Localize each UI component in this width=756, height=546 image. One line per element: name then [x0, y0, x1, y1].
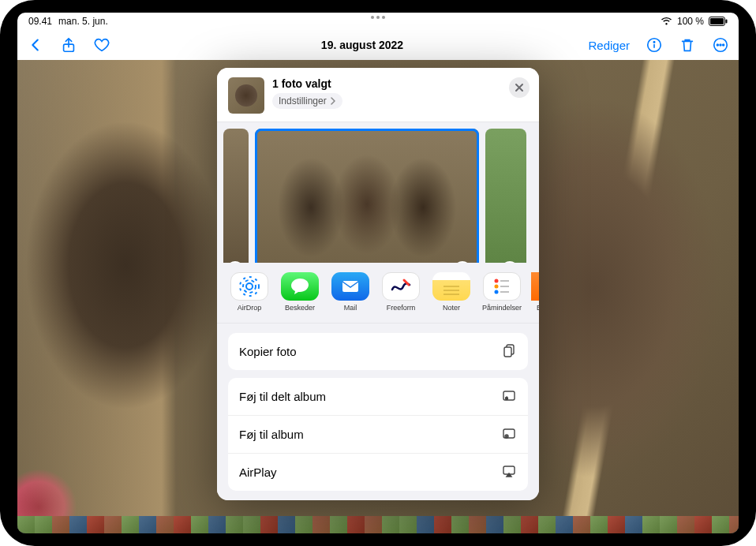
action-add-shared-album[interactable]: Føj til delt album	[228, 378, 528, 416]
action-add-album[interactable]: Føj til album	[228, 416, 528, 454]
info-button[interactable]	[646, 36, 663, 54]
thumbnail-item[interactable]	[17, 516, 35, 533]
multitask-dots[interactable]	[371, 16, 385, 19]
thumbnail-item[interactable]	[608, 516, 625, 533]
thumbnail-item[interactable]	[330, 516, 347, 533]
thumbnail-item[interactable]	[660, 516, 677, 533]
wifi-icon	[661, 17, 672, 26]
preview-photo-prev[interactable]	[223, 129, 249, 263]
nav-bar: 19. august 2022 Rediger	[17, 30, 739, 60]
thumbnail-item[interactable]	[399, 516, 417, 533]
svg-rect-1	[710, 18, 724, 24]
app-label: Mail	[344, 304, 357, 312]
thumbnail-item[interactable]	[486, 516, 503, 533]
thumbnail-item[interactable]	[174, 516, 191, 533]
thumbnail-item[interactable]	[226, 516, 243, 533]
share-preview-thumb	[228, 77, 264, 114]
close-button[interactable]	[509, 77, 530, 98]
app-freeform[interactable]: Freeform	[380, 272, 422, 312]
action-label: Kopier foto	[239, 345, 297, 358]
thumbnail-item[interactable]	[712, 516, 729, 533]
thumbnail-item[interactable]	[694, 516, 712, 533]
thumbnail-item[interactable]	[52, 516, 69, 533]
freeform-icon	[382, 272, 420, 301]
thumbnail-item[interactable]	[590, 516, 608, 533]
thumbnail-item[interactable]	[295, 516, 313, 533]
thumbnail-item[interactable]	[434, 516, 451, 533]
selection-indicator-selected[interactable]	[454, 261, 471, 263]
thumbnail-item[interactable]	[469, 516, 486, 533]
thumbnail-item[interactable]	[69, 516, 87, 533]
app-airdrop[interactable]: AirDrop	[228, 272, 271, 312]
thumbnail-item[interactable]	[313, 516, 330, 533]
action-airplay[interactable]: AirPlay	[228, 454, 528, 491]
app-label: B	[537, 304, 539, 312]
app-label: Beskeder	[285, 304, 315, 312]
action-copy-photo[interactable]: Kopier foto	[228, 333, 528, 370]
shared-album-icon	[501, 387, 517, 406]
svg-point-12	[243, 280, 256, 293]
action-label: AirPlay	[239, 466, 277, 479]
favorite-button[interactable]	[93, 36, 110, 54]
app-notes[interactable]: Noter	[430, 272, 473, 312]
album-icon	[501, 425, 517, 443]
svg-rect-2	[726, 20, 728, 24]
more-button[interactable]	[712, 36, 729, 54]
thumbnail-item[interactable]	[139, 516, 156, 533]
selection-indicator[interactable]	[501, 261, 518, 263]
thumbnail-item[interactable]	[35, 516, 52, 533]
delete-button[interactable]	[679, 36, 696, 54]
thumbnail-item[interactable]	[538, 516, 556, 533]
svg-point-10	[723, 44, 724, 46]
svg-point-18	[495, 279, 499, 282]
thumbnail-item[interactable]	[278, 516, 295, 533]
selection-indicator[interactable]	[226, 261, 244, 263]
share-title: 1 foto valgt	[272, 77, 342, 90]
app-mail[interactable]: Mail	[329, 272, 372, 312]
thumbnail-item[interactable]	[503, 516, 521, 533]
thumbnail-item[interactable]	[677, 516, 694, 533]
thumbnail-item[interactable]	[625, 516, 642, 533]
thumbnail-item[interactable]	[451, 516, 469, 533]
preview-photo-selected[interactable]	[255, 129, 479, 263]
thumbnail-item[interactable]	[642, 516, 660, 533]
thumbnail-item[interactable]	[521, 516, 538, 533]
action-group: Kopier foto	[228, 333, 528, 370]
share-app-row[interactable]: AirDrop Beskeder Mail	[217, 263, 539, 323]
app-reminders[interactable]: Påmindelser	[481, 272, 523, 312]
thumbnail-item[interactable]	[573, 516, 590, 533]
thumbnail-item[interactable]	[122, 516, 139, 533]
status-time: 09.41	[28, 16, 52, 27]
airplay-icon	[501, 463, 517, 481]
thumbnail-strip[interactable]	[17, 516, 739, 533]
thumbnail-item[interactable]	[347, 516, 365, 533]
svg-point-20	[495, 290, 499, 294]
thumbnail-item[interactable]	[556, 516, 573, 533]
thumbnail-item[interactable]	[365, 516, 382, 533]
back-button[interactable]	[27, 36, 44, 54]
share-button[interactable]	[60, 36, 77, 54]
svg-point-11	[246, 283, 253, 290]
thumbnail-item[interactable]	[87, 516, 104, 533]
preview-photo-next[interactable]	[485, 129, 526, 263]
thumbnail-item[interactable]	[191, 516, 208, 533]
thumbnail-item[interactable]	[417, 516, 434, 533]
action-label: Føj til delt album	[239, 390, 326, 403]
thumbnail-item[interactable]	[208, 516, 226, 533]
app-messages[interactable]: Beskeder	[279, 272, 321, 312]
thumbnail-item[interactable]	[382, 516, 399, 533]
app-more-partial[interactable]: B	[531, 272, 539, 312]
edit-button[interactable]: Rediger	[588, 39, 630, 52]
thumbnail-item[interactable]	[729, 516, 739, 533]
app-label: Påmindelser	[482, 304, 522, 312]
ipad-frame: 09.41 man. 5. jun. 100 %	[0, 0, 756, 546]
thumbnail-item[interactable]	[104, 516, 122, 533]
svg-point-6	[653, 42, 654, 43]
svg-point-8	[717, 44, 718, 46]
share-options-button[interactable]: Indstillinger	[272, 93, 342, 109]
share-preview-row[interactable]	[217, 122, 539, 263]
reminders-icon	[483, 272, 521, 301]
thumbnail-item[interactable]	[260, 516, 278, 533]
thumbnail-item[interactable]	[156, 516, 174, 533]
thumbnail-item[interactable]	[243, 516, 260, 533]
